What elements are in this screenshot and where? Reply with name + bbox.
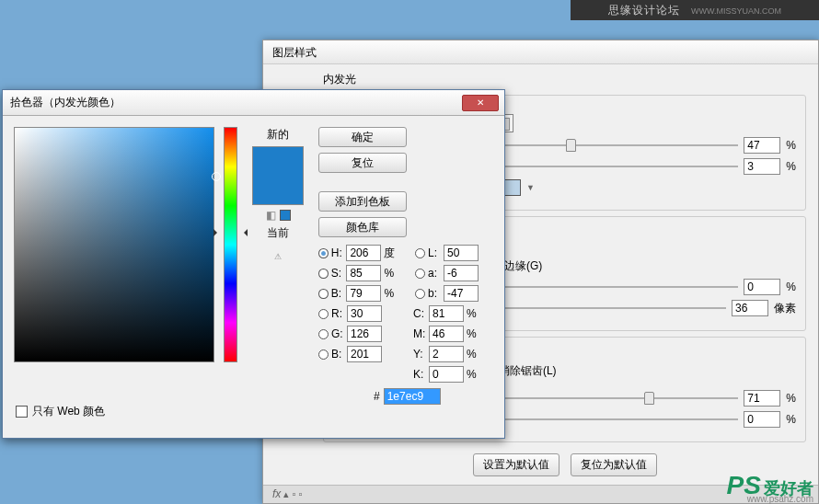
cube-icon: ◧ [266, 209, 276, 222]
b2-radio[interactable] [415, 289, 425, 299]
ok-button[interactable]: 确定 [318, 127, 407, 147]
bb-input[interactable] [347, 346, 382, 362]
color-picker-title: 拾色器（内发光颜色） [8, 95, 462, 110]
reset-default-button[interactable]: 复位为默认值 [571, 453, 657, 476]
k-input[interactable] [429, 366, 464, 383]
r-radio[interactable] [318, 309, 329, 319]
c-input[interactable] [429, 305, 464, 322]
antialias-label: 消除锯齿(L) [499, 363, 557, 379]
h-radio[interactable] [318, 248, 329, 258]
pct-unit: % [786, 139, 796, 152]
g-input[interactable] [347, 326, 382, 342]
color-picker-titlebar[interactable]: 拾色器（内发光颜色） ✕ [3, 90, 504, 116]
spectrum-marker-icon [212, 172, 221, 181]
choke-input[interactable] [744, 279, 780, 295]
current-label: 当前 [267, 225, 289, 241]
range-input[interactable] [744, 390, 780, 407]
hex-label: # [374, 390, 380, 403]
b2-input[interactable] [444, 285, 479, 302]
l-input[interactable] [444, 245, 479, 261]
hex-input[interactable] [384, 388, 441, 405]
h-input[interactable] [346, 245, 381, 261]
l-radio[interactable] [415, 248, 425, 258]
source-edge-label: 边缘(G) [504, 258, 542, 274]
watermark-url: www.psahz.com [747, 494, 813, 504]
hue-pointer-icon [219, 229, 243, 235]
s-radio[interactable] [318, 269, 329, 279]
cancel-button[interactable]: 复位 [318, 153, 407, 173]
websafe-swatch[interactable] [280, 210, 291, 221]
add-swatch-button[interactable]: 添加到色板 [318, 191, 407, 212]
inner-glow-heading: 内发光 [323, 72, 806, 87]
y-input[interactable] [429, 346, 464, 362]
new-color [253, 147, 303, 176]
jitter-input[interactable] [744, 411, 780, 428]
color-spectrum[interactable] [14, 127, 214, 362]
warning-icon: ⚠ [274, 252, 282, 261]
r-input[interactable] [347, 305, 382, 322]
b-radio[interactable] [318, 289, 329, 299]
web-only-checkbox[interactable] [16, 406, 28, 418]
size-input[interactable] [732, 300, 768, 316]
m-input[interactable] [429, 326, 464, 342]
color-lib-button[interactable]: 颜色库 [318, 217, 407, 237]
color-picker-dialog: 拾色器（内发光颜色） ✕ 新的 ◧ 当前 ⚠ 确定 复位 添加到色板 颜色库 [2, 89, 505, 439]
opacity-input[interactable] [744, 137, 780, 154]
layer-style-title[interactable]: 图层样式 [263, 40, 818, 64]
dropdown-arrow-icon[interactable]: ▼ [526, 183, 535, 192]
watermark-top-sub: WWW.MISSYUAN.COM [691, 6, 781, 16]
hue-slider[interactable] [224, 127, 238, 362]
current-color [253, 176, 303, 204]
px-unit: 像素 [774, 301, 796, 316]
s-input[interactable] [346, 265, 381, 281]
web-only-label: 只有 Web 颜色 [32, 404, 105, 419]
noise-input[interactable] [744, 158, 780, 175]
a-radio[interactable] [415, 269, 425, 279]
a-input[interactable] [444, 265, 479, 281]
watermark-top: 思缘设计论坛 WWW.MISSYUAN.COM [571, 0, 819, 20]
bb-radio[interactable] [318, 349, 329, 360]
new-current-swatch[interactable] [252, 146, 304, 205]
new-label: 新的 [267, 127, 289, 143]
close-button[interactable]: ✕ [462, 95, 499, 111]
watermark-top-main: 思缘设计论坛 [608, 4, 680, 17]
b-input[interactable] [346, 285, 381, 302]
set-default-button[interactable]: 设置为默认值 [473, 453, 559, 476]
g-radio[interactable] [318, 329, 329, 339]
